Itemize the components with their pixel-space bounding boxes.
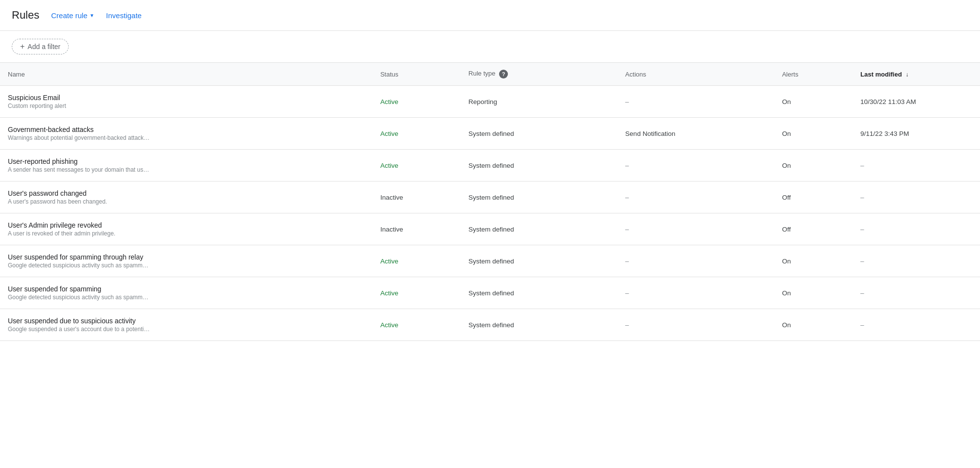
cell-status-3: Inactive [373,182,461,213]
investigate-button[interactable]: Investigate [106,11,142,20]
modified-value-2: – [860,162,864,169]
cell-name-1: Government-backed attacks Warnings about… [0,118,373,150]
rule-type-help-icon[interactable]: ? [499,70,508,78]
status-badge-0: Active [380,98,399,105]
action-value-1: Send Notification [625,130,675,137]
cell-modified-6: – [853,277,980,309]
cell-actions-0: – [617,86,774,118]
cell-ruletype-0: Reporting [461,86,618,118]
col-header-status: Status [373,63,461,86]
cell-actions-6: – [617,277,774,309]
cell-modified-5: – [853,245,980,277]
table-row[interactable]: User's password changed A user's passwor… [0,182,980,213]
action-value-2: – [625,162,629,169]
cell-ruletype-3: System defined [461,182,618,213]
status-badge-1: Active [380,130,399,137]
cell-name-7: User suspended due to suspicious activit… [0,309,373,341]
cell-modified-7: – [853,309,980,341]
cell-status-6: Active [373,277,461,309]
cell-modified-2: – [853,150,980,182]
rule-name-5: User suspended for spamming through rela… [8,253,365,261]
status-badge-5: Active [380,258,399,265]
table-row[interactable]: User's Admin privilege revoked A user is… [0,213,980,245]
cell-modified-1: 9/11/22 3:43 PM [853,118,980,150]
rule-desc-1: Warnings about potential government-back… [8,134,365,141]
rule-desc-4: A user is revoked of their admin privile… [8,230,365,237]
rule-name-4: User's Admin privilege revoked [8,221,365,229]
modified-value-7: – [860,321,864,329]
col-header-last-modified[interactable]: Last modified ↓ [853,63,980,86]
add-filter-button[interactable]: + Add a filter [12,39,69,54]
status-badge-6: Active [380,289,399,297]
investigate-label: Investigate [106,11,142,20]
cell-alerts-3: Off [774,182,853,213]
col-header-name: Name [0,63,373,86]
cell-actions-3: – [617,182,774,213]
col-header-actions: Actions [617,63,774,86]
table-row[interactable]: User suspended for spamming Google detec… [0,277,980,309]
cell-ruletype-5: System defined [461,245,618,277]
add-filter-label: Add a filter [27,43,60,51]
create-rule-button[interactable]: Create rule ▼ [51,11,94,20]
create-rule-label: Create rule [51,11,87,20]
cell-status-1: Active [373,118,461,150]
action-value-6: – [625,289,629,297]
rule-desc-2: A sender has sent messages to your domai… [8,166,365,173]
cell-ruletype-4: System defined [461,213,618,245]
cell-ruletype-2: System defined [461,150,618,182]
chevron-down-icon: ▼ [89,13,94,18]
cell-name-6: User suspended for spamming Google detec… [0,277,373,309]
cell-alerts-5: On [774,245,853,277]
rule-desc-3: A user's password has been changed. [8,198,365,205]
rule-name-1: Government-backed attacks [8,126,365,133]
rule-name-3: User's password changed [8,189,365,197]
table-row[interactable]: Government-backed attacks Warnings about… [0,118,980,150]
rule-desc-7: Google suspended a user's account due to… [8,326,365,333]
cell-alerts-4: Off [774,213,853,245]
cell-actions-7: – [617,309,774,341]
rules-table: Name Status Rule type ? Actions Alerts L… [0,63,980,341]
table-row[interactable]: User-reported phishing A sender has sent… [0,150,980,182]
action-value-3: – [625,194,629,201]
cell-name-3: User's password changed A user's passwor… [0,182,373,213]
modified-value-0: 10/30/22 11:03 AM [860,98,916,105]
table-row[interactable]: User suspended due to suspicious activit… [0,309,980,341]
cell-alerts-0: On [774,86,853,118]
table-header-row: Name Status Rule type ? Actions Alerts L… [0,63,980,86]
cell-status-7: Active [373,309,461,341]
cell-actions-4: – [617,213,774,245]
cell-name-0: Suspicious Email Custom reporting alert [0,86,373,118]
table-row[interactable]: Suspicious Email Custom reporting alert … [0,86,980,118]
cell-modified-3: – [853,182,980,213]
rule-desc-0: Custom reporting alert [8,103,365,109]
cell-alerts-2: On [774,150,853,182]
cell-actions-2: – [617,150,774,182]
rule-desc-6: Google detected suspicious activity such… [8,294,365,301]
cell-name-4: User's Admin privilege revoked A user is… [0,213,373,245]
cell-name-5: User suspended for spamming through rela… [0,245,373,277]
cell-ruletype-7: System defined [461,309,618,341]
action-value-0: – [625,98,629,105]
table-row[interactable]: User suspended for spamming through rela… [0,245,980,277]
cell-alerts-1: On [774,118,853,150]
cell-ruletype-1: System defined [461,118,618,150]
cell-name-2: User-reported phishing A sender has sent… [0,150,373,182]
action-value-5: – [625,258,629,265]
rule-name-0: Suspicious Email [8,94,365,102]
cell-alerts-7: On [774,309,853,341]
col-header-alerts: Alerts [774,63,853,86]
modified-value-4: – [860,226,864,233]
page-title: Rules [12,9,39,22]
action-value-7: – [625,321,629,329]
cell-modified-0: 10/30/22 11:03 AM [853,86,980,118]
action-value-4: – [625,226,629,233]
cell-ruletype-6: System defined [461,277,618,309]
modified-value-3: – [860,194,864,201]
status-badge-2: Active [380,162,399,169]
sort-down-icon: ↓ [905,71,908,78]
status-badge-4: Inactive [380,226,403,233]
cell-actions-5: – [617,245,774,277]
status-badge-3: Inactive [380,194,403,201]
cell-status-5: Active [373,245,461,277]
rule-name-6: User suspended for spamming [8,285,365,293]
